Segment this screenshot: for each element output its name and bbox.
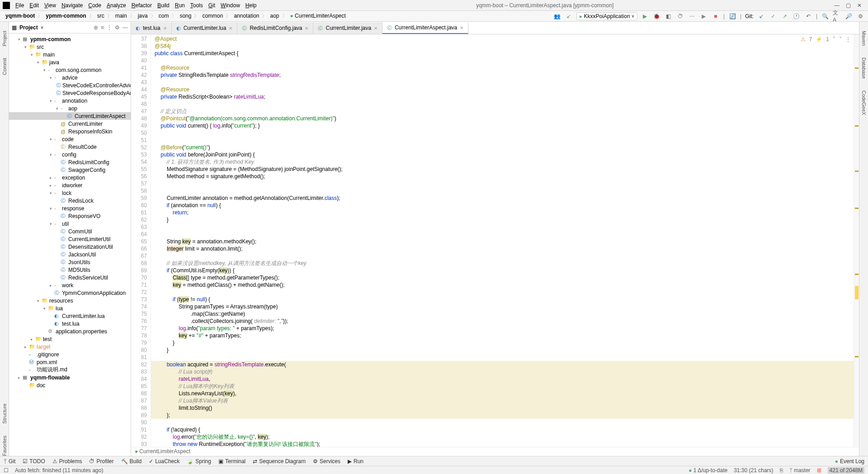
reload-icon[interactable]: 🔄: [728, 12, 736, 20]
users-icon[interactable]: 👥: [553, 12, 561, 20]
tree-node[interactable]: ⒸSteveCodeExControllerAdvice: [9, 81, 131, 89]
run-icon[interactable]: ▶: [641, 12, 649, 20]
editor-tab[interactable]: ◐test.lua✕: [131, 22, 172, 34]
attach-icon[interactable]: ▶: [700, 12, 708, 20]
tree-node[interactable]: ▸▫work: [9, 281, 131, 289]
status-caret-pos[interactable]: 31:30 (21 chars): [734, 467, 773, 474]
tree-node[interactable]: ⒸSwaggerConfig: [9, 166, 131, 174]
status-uptodate[interactable]: ● 1 Δ/up-to-date: [689, 467, 727, 474]
maximize-icon[interactable]: ▢: [846, 2, 851, 9]
tree-node[interactable]: ▾📁java: [9, 58, 131, 66]
tree-node[interactable]: ▾▦ypmm-common: [9, 35, 131, 43]
menu-tools[interactable]: Tools: [188, 2, 206, 9]
tree-node[interactable]: ▸▦yqmm-flowable: [9, 374, 131, 381]
editor-breadcrumbs[interactable]: ● CurrentLimiterAspect: [131, 447, 859, 456]
crumb-5[interactable]: com: [157, 13, 171, 19]
tree-node[interactable]: @ResponseInfoSkin: [9, 128, 131, 135]
crumb-0[interactable]: yqmm-boot: [4, 13, 37, 19]
tree-node[interactable]: ⒸCurrentLimiterUtil: [9, 235, 131, 243]
tree-node[interactable]: ▫功能说明.md: [9, 366, 131, 374]
tree-node[interactable]: ▾▫annotation: [9, 97, 131, 104]
menu-window[interactable]: Window: [218, 2, 243, 9]
tree-node[interactable]: ▾▫aop: [9, 104, 131, 112]
tree-node[interactable]: ▾▫advice: [9, 74, 131, 81]
ai-icon[interactable]: 文A: [833, 12, 841, 20]
menu-navigate[interactable]: Navigate: [59, 2, 85, 9]
bottom-tool-problems[interactable]: ⚠Problems: [52, 458, 82, 465]
git-history-icon[interactable]: 🕐: [793, 12, 801, 20]
tree-node[interactable]: ⒸJacksonUtil: [9, 251, 131, 258]
tree-node[interactable]: ▾📁resources: [9, 297, 131, 304]
git-rollback-icon[interactable]: ↶: [804, 12, 812, 20]
crumb-2[interactable]: src: [95, 13, 106, 19]
close-tab-icon[interactable]: ✕: [229, 26, 232, 31]
crumb-9[interactable]: aop: [268, 13, 281, 19]
left-tab-structure[interactable]: Structure: [2, 403, 7, 424]
tree-node[interactable]: ◐test.lua: [9, 320, 131, 327]
crumb-7[interactable]: common: [200, 13, 225, 19]
editor-tab[interactable]: ⒸCurrentLimiterAspect.java✕: [382, 22, 468, 34]
tree-node[interactable]: ⒺResultCode: [9, 143, 131, 151]
editor-tab[interactable]: ⒸRedisLimitConfig.java✕: [237, 22, 313, 34]
tree-node[interactable]: @CurrentLimiter: [9, 120, 131, 128]
tree-node[interactable]: ⚙application.properties: [9, 327, 131, 335]
status-branch[interactable]: ᛘ master: [789, 467, 811, 474]
right-tab-database[interactable]: Database: [861, 57, 867, 79]
bottom-tool-services[interactable]: ⚙Services: [313, 458, 340, 465]
menu-refactor[interactable]: Refactor: [129, 2, 155, 9]
tree-node[interactable]: ▾▫util: [9, 220, 131, 228]
bottom-tool-spring[interactable]: 🍃Spring: [187, 458, 211, 465]
crumb-4[interactable]: java: [136, 13, 150, 19]
bottom-tool-todo[interactable]: ☑TODO: [23, 458, 45, 465]
stop-icon[interactable]: ■: [712, 12, 720, 20]
crumb-3[interactable]: main: [113, 13, 129, 19]
tree-node[interactable]: ▸📁target: [9, 343, 131, 351]
project-tree[interactable]: ▾▦ypmm-common▾📁src▾📁main▾📁java▾▫com.song…: [9, 33, 131, 456]
left-tab-favorites[interactable]: Favorites: [2, 436, 7, 456]
editor[interactable]: ⚠7 ⚡1 ˄ ˅ ⋮ 3738394041424344454647484950…: [131, 34, 859, 447]
tree-node[interactable]: ▾▫response: [9, 204, 131, 212]
debug-icon[interactable]: 🐞: [653, 12, 661, 20]
inspection-menu-icon[interactable]: ⋮: [845, 36, 851, 43]
code-content[interactable]: @Aspect@Slf4jpublic class CurrentLimiter…: [151, 34, 859, 447]
status-memory[interactable]: 421 of 2048M: [828, 467, 864, 474]
search-everywhere-icon[interactable]: 🔎: [844, 12, 853, 20]
expand-all-icon[interactable]: ≡: [101, 24, 104, 31]
menu-run[interactable]: Run: [172, 2, 188, 9]
inspection-widget[interactable]: ⚠7 ⚡1 ˄ ˅ ⋮: [801, 36, 851, 43]
editor-gutter[interactable]: 3738394041424344454647484950515253545556…: [131, 34, 151, 447]
hide-icon[interactable]: —: [123, 24, 128, 31]
tree-node[interactable]: ▾📁main: [9, 51, 131, 58]
crumb-6[interactable]: song: [178, 13, 193, 19]
tree-node[interactable]: Ⓜpom.xml: [9, 358, 131, 366]
tree-node[interactable]: ⒸCommUtil: [9, 228, 131, 235]
crumb-8[interactable]: annotation: [232, 13, 261, 19]
crumb-10[interactable]: ● CurrentLimiterAspect: [288, 13, 348, 19]
tree-node[interactable]: ⒸRedisServiceUtil: [9, 274, 131, 281]
tree-node[interactable]: ⒸJsonUtils: [9, 258, 131, 266]
event-log-button[interactable]: ● Event Log: [835, 458, 864, 465]
tree-node[interactable]: ▫.gitignore: [9, 351, 131, 358]
gear-icon[interactable]: ⚙: [115, 24, 120, 31]
menu-analyze[interactable]: Analyze: [104, 2, 129, 9]
bottom-tool-sequence-diagram[interactable]: ⇄Sequence Diagram: [253, 458, 306, 465]
next-highlight-icon[interactable]: ˅: [839, 36, 842, 43]
git-commit-icon[interactable]: ✓: [769, 12, 777, 20]
menu-build[interactable]: Build: [155, 2, 172, 9]
editor-tab[interactable]: ⒸCurrentLimiter.java✕: [313, 22, 382, 34]
tree-node[interactable]: ▸▫exception: [9, 174, 131, 181]
tree-node[interactable]: ⒸMD5Utils: [9, 266, 131, 274]
tree-node[interactable]: ▾▫code: [9, 135, 131, 143]
collapse-all-icon[interactable]: ⋮: [107, 24, 112, 31]
close-tab-icon[interactable]: ✕: [460, 25, 463, 30]
close-tab-icon[interactable]: ✕: [305, 26, 308, 31]
prev-highlight-icon[interactable]: ˄: [833, 36, 835, 43]
tree-node[interactable]: ▾📁src: [9, 43, 131, 51]
close-tab-icon[interactable]: ✕: [163, 26, 167, 31]
profile-icon[interactable]: ⏱: [676, 12, 684, 20]
bottom-tool-git[interactable]: ᛘGit: [4, 458, 15, 465]
tree-node[interactable]: ◐CurrentLimiter.lua: [9, 312, 131, 320]
tree-node[interactable]: ▾▫config: [9, 151, 131, 158]
git-push-icon[interactable]: ↗: [781, 12, 789, 20]
tree-node[interactable]: ⒸRedisLimitConfig: [9, 158, 131, 166]
